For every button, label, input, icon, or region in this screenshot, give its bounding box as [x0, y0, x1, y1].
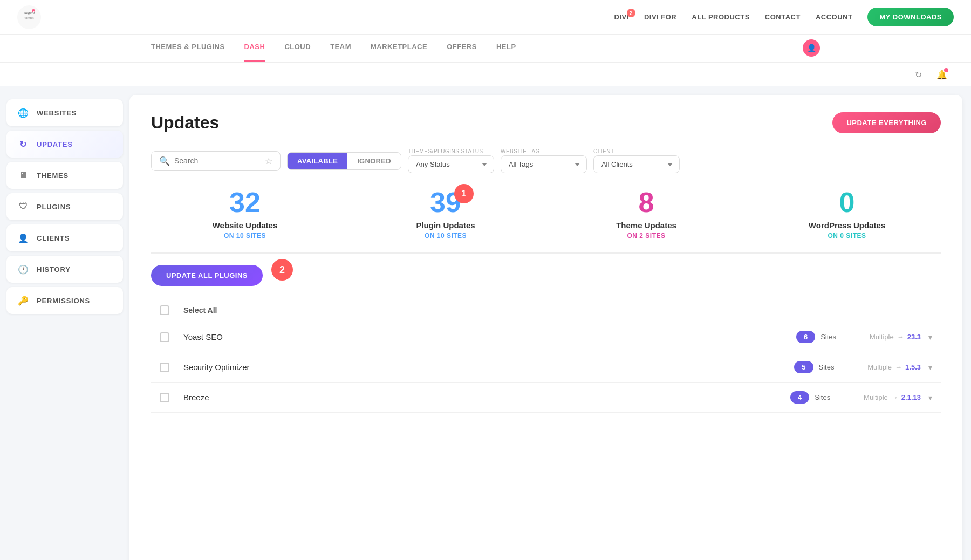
breeze-checkbox[interactable]: [160, 393, 169, 402]
search-wrapper: 🔍 ☆: [151, 151, 281, 171]
user-avatar[interactable]: 👤: [803, 39, 820, 57]
security-optimizer-version-to: 1.5.3: [905, 363, 921, 371]
tag-filter-group: WEBSITE TAG All Tags: [501, 148, 587, 173]
sidebar-clients-label: CLIENTS: [37, 234, 70, 242]
breeze-expand-icon[interactable]: ▾: [928, 393, 932, 402]
plugin-name-yoast-seo: Yoast SEO: [183, 332, 788, 342]
select-all-label: Select All: [183, 306, 217, 315]
tab-help[interactable]: HELP: [496, 34, 516, 62]
sidebar: 🌐 WEBSITES ↻ UPDATES 🖥 THEMES 🛡 PLUGINS …: [0, 86, 129, 560]
client-filter-select[interactable]: All Clients: [593, 155, 680, 173]
security-optimizer-sites-info: 5 Sites: [794, 361, 859, 373]
sidebar-item-permissions[interactable]: 🔑 PERMISSIONS: [6, 287, 123, 314]
yoast-seo-expand-icon[interactable]: ▾: [928, 333, 932, 342]
yoast-seo-checkbox[interactable]: [160, 332, 169, 342]
status-filter-select[interactable]: Any Status: [408, 155, 494, 173]
theme-updates-label: Theme Updates: [616, 221, 676, 230]
tag-filter-select[interactable]: All Tags: [501, 155, 587, 173]
tab-cloud[interactable]: CLOUD: [284, 34, 311, 62]
client-filter-label: CLIENT: [593, 148, 680, 154]
tab-themes-plugins[interactable]: THEMES & PLUGINS: [151, 34, 225, 62]
sidebar-websites-label: WEBSITES: [37, 109, 77, 117]
breeze-sites-label: Sites: [815, 393, 830, 401]
monitor-icon: 🖥: [17, 169, 29, 181]
main-layout: 🌐 WEBSITES ↻ UPDATES 🖥 THEMES 🛡 PLUGINS …: [0, 86, 971, 560]
sidebar-themes-label: THEMES: [37, 172, 69, 180]
tab-team[interactable]: TEAM: [330, 34, 351, 62]
wordpress-updates-label: WordPress Updates: [809, 221, 885, 230]
tab-offers[interactable]: OFFERS: [447, 34, 477, 62]
sub-navigation: THEMES & PLUGINS DASH CLOUD TEAM MARKETP…: [0, 35, 971, 63]
plugin-name-breeze: Breeze: [183, 393, 782, 402]
tab-ignored[interactable]: IGNORED: [347, 153, 401, 169]
website-updates-sub: ON 10 SITES: [224, 232, 266, 240]
clock-icon: 🕐: [17, 263, 29, 275]
top-navigation: elegant themes ✦ DIVI 2 DIVI FOR ALL PRO…: [0, 0, 971, 35]
page-title: Updates: [151, 113, 219, 133]
refresh-icon: ↻: [17, 138, 29, 150]
divi-badge: 2: [627, 9, 635, 17]
breeze-version-from: Multiple: [864, 393, 888, 401]
sidebar-item-history[interactable]: 🕐 HISTORY: [6, 256, 123, 283]
sidebar-history-label: HISTORY: [37, 265, 71, 274]
sidebar-item-themes[interactable]: 🖥 THEMES: [6, 162, 123, 189]
tag-filter-label: WEBSITE TAG: [501, 148, 587, 154]
nav-divi-for[interactable]: DIVI FOR: [644, 13, 676, 21]
sidebar-item-clients[interactable]: 👤 CLIENTS: [6, 224, 123, 251]
update-all-plugins-button[interactable]: UPDATE ALL PLUGINS: [151, 265, 263, 286]
stat-wordpress-updates: 0 WordPress Updates ON 0 SITES: [753, 188, 941, 240]
my-downloads-button[interactable]: MY DOWNLOADS: [867, 8, 954, 26]
arrow-icon: →: [891, 393, 898, 401]
sidebar-item-updates[interactable]: ↻ UPDATES: [6, 131, 123, 158]
user-icon: 👤: [17, 232, 29, 244]
table-select-all-row: Select All: [151, 299, 941, 322]
yoast-seo-sites-info: 6 Sites: [796, 331, 861, 343]
stats-divider: [151, 252, 941, 254]
update-everything-button[interactable]: UPDATE EVERYTHING: [832, 112, 941, 133]
logo[interactable]: elegant themes ✦: [17, 5, 41, 29]
stats-row: 32 Website Updates ON 10 SITES 1 39 Plug…: [151, 188, 941, 240]
notifications-icon[interactable]: 🔔: [934, 67, 949, 82]
status-filter-label: THEMES/PLUGINS STATUS: [408, 148, 494, 154]
search-input[interactable]: [174, 156, 261, 165]
filters-row: 🔍 ☆ AVAILABLE IGNORED THEMES/PLUGINS STA…: [151, 148, 941, 173]
toolbar: ↻ 🔔: [0, 63, 971, 86]
table-row: Breeze 4 Sites Multiple → 2.1.13 ▾: [151, 383, 941, 413]
table-row: Yoast SEO 6 Sites Multiple → 23.3 ▾: [151, 322, 941, 352]
tab-marketplace[interactable]: MARKETPLACE: [371, 34, 427, 62]
tab-dash[interactable]: DASH: [244, 34, 265, 62]
plugin-name-security-optimizer: Security Optimizer: [183, 363, 785, 372]
yoast-seo-version-info: Multiple → 23.3 ▾: [870, 333, 932, 342]
select-all-checkbox[interactable]: [160, 305, 169, 315]
security-optimizer-expand-icon[interactable]: ▾: [928, 363, 932, 372]
nav-contact[interactable]: CONTACT: [765, 13, 801, 21]
status-filter-group: THEMES/PLUGINS STATUS Any Status: [408, 148, 494, 173]
stat-plugin-updates: 1 39 Plugin Updates ON 10 SITES: [352, 188, 539, 240]
sidebar-item-websites[interactable]: 🌐 WEBSITES: [6, 99, 123, 126]
breeze-version-to: 2.1.13: [901, 393, 921, 401]
yoast-seo-sites-label: Sites: [820, 333, 836, 341]
page-header: Updates UPDATE EVERYTHING: [151, 112, 941, 133]
breeze-sites-info: 4 Sites: [790, 391, 855, 404]
plugin-updates-sub: ON 10 SITES: [425, 232, 467, 240]
nav-divi[interactable]: DIVI 2: [614, 13, 629, 21]
plugin-updates-badge: 1: [454, 184, 474, 203]
website-updates-label: Website Updates: [213, 221, 278, 230]
breeze-sites-badge: 4: [790, 391, 809, 404]
security-optimizer-checkbox[interactable]: [160, 363, 169, 372]
stat-website-updates: 32 Website Updates ON 10 SITES: [151, 188, 339, 240]
refresh-icon[interactable]: ↻: [911, 67, 926, 82]
stat-theme-updates: 8 Theme Updates ON 2 SITES: [552, 188, 740, 240]
sidebar-plugins-label: PLUGINS: [37, 203, 71, 211]
nav-all-products[interactable]: ALL PRODUCTS: [692, 13, 750, 21]
svg-text:themes: themes: [25, 16, 35, 19]
star-icon[interactable]: ☆: [265, 156, 272, 166]
tab-available[interactable]: AVAILABLE: [288, 153, 347, 169]
sidebar-item-plugins[interactable]: 🛡 PLUGINS: [6, 193, 123, 220]
arrow-icon: →: [895, 363, 902, 371]
sidebar-updates-label: UPDATES: [37, 140, 73, 148]
update-all-badge: 2: [271, 259, 293, 281]
nav-account[interactable]: ACCOUNT: [816, 13, 853, 21]
notification-dot: [944, 68, 948, 72]
yoast-seo-version-to: 23.3: [907, 333, 921, 341]
